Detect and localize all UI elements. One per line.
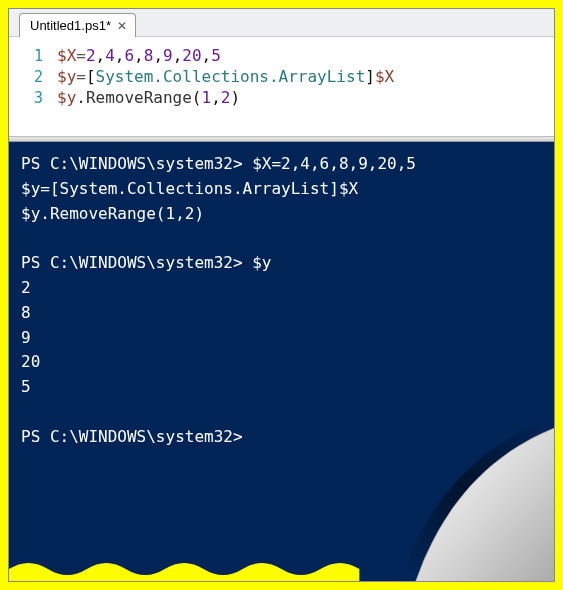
- code-content[interactable]: $X=2,4,6,8,9,20,5: [57, 46, 221, 65]
- code-line[interactable]: 3$y.RemoveRange(1,2): [9, 87, 554, 108]
- torn-edge-decoration: [9, 557, 554, 581]
- console-line: PS C:\WINDOWS\system32> $X=2,4,6,8,9,20,…: [21, 152, 542, 177]
- tab-title: Untitled1.ps1*: [30, 18, 111, 33]
- console-pane[interactable]: PS C:\WINDOWS\system32> $X=2,4,6,8,9,20,…: [9, 142, 554, 581]
- console-line: 9: [21, 326, 542, 351]
- console-line: PS C:\WINDOWS\system32> $y: [21, 251, 542, 276]
- console-line: $y.RemoveRange(1,2): [21, 202, 542, 227]
- line-number: 1: [9, 47, 57, 65]
- code-line[interactable]: 2$y=[System.Collections.ArrayList]$X: [9, 66, 554, 87]
- close-icon[interactable]: ✕: [117, 19, 127, 33]
- console-line: 5: [21, 375, 542, 400]
- console-line: 2: [21, 276, 542, 301]
- code-content[interactable]: $y.RemoveRange(1,2): [57, 88, 240, 107]
- console-line: [21, 226, 542, 251]
- ise-window: Untitled1.ps1* ✕ 1$X=2,4,6,8,9,20,52$y=[…: [8, 8, 555, 582]
- console-line: $y=[System.Collections.ArrayList]$X: [21, 177, 542, 202]
- line-number: 2: [9, 68, 57, 86]
- tab-bar: Untitled1.ps1* ✕: [9, 9, 554, 37]
- console-line: 20: [21, 350, 542, 375]
- console-line: 8: [21, 301, 542, 326]
- tab-untitled1[interactable]: Untitled1.ps1* ✕: [19, 13, 136, 37]
- code-line[interactable]: 1$X=2,4,6,8,9,20,5: [9, 45, 554, 66]
- code-content[interactable]: $y=[System.Collections.ArrayList]$X: [57, 67, 394, 86]
- console-line: [21, 400, 542, 425]
- script-editor[interactable]: 1$X=2,4,6,8,9,20,52$y=[System.Collection…: [9, 37, 554, 136]
- line-number: 3: [9, 89, 57, 107]
- console-line: PS C:\WINDOWS\system32>: [21, 425, 542, 450]
